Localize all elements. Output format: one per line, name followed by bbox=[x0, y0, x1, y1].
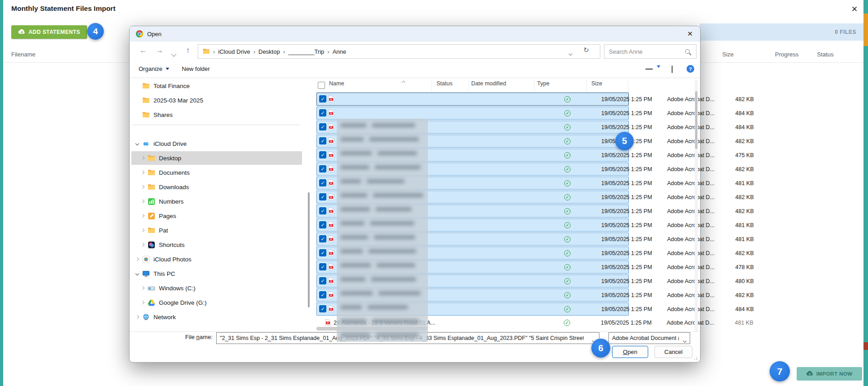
chevron-right-icon[interactable] bbox=[138, 229, 148, 232]
sidebar-item-icloud-drive[interactable]: iCloud Drive bbox=[131, 137, 302, 150]
sidebar-item-shortcuts[interactable]: Shortcuts bbox=[131, 238, 302, 251]
svg-text:A: A bbox=[330, 98, 332, 101]
sidebar-item-pages[interactable]: Pages bbox=[131, 209, 302, 223]
icloud-photos-icon bbox=[142, 256, 150, 263]
sidebar-item-label: This PC bbox=[153, 270, 175, 277]
list-header-date-modified[interactable]: Date modified bbox=[471, 80, 506, 87]
sidebar-item-network[interactable]: Network bbox=[131, 310, 302, 324]
row-checkbox-checked[interactable]: ✓ bbox=[319, 305, 326, 312]
chevron-right-icon[interactable] bbox=[138, 171, 148, 174]
chevron-down-icon[interactable] bbox=[683, 337, 686, 344]
chevron-right-icon[interactable] bbox=[138, 157, 148, 159]
open-button[interactable]: Open bbox=[612, 346, 648, 358]
row-checkbox-checked[interactable]: ✓ bbox=[319, 249, 326, 256]
row-checkbox-checked[interactable]: ✓ bbox=[319, 207, 326, 214]
address-dropdown-icon[interactable] bbox=[569, 50, 572, 56]
chevron-right-icon[interactable] bbox=[138, 287, 148, 289]
file-type-value: Adobe Acrobat Document (*.pd bbox=[612, 335, 679, 341]
select-all-checkbox[interactable] bbox=[318, 82, 325, 89]
chevron-right-icon[interactable] bbox=[138, 301, 148, 304]
dialog-close-icon[interactable]: ✕ bbox=[687, 30, 693, 38]
cell-size: 484 KB bbox=[721, 121, 754, 133]
column-divider[interactable] bbox=[468, 79, 469, 92]
folder-icon bbox=[142, 82, 150, 90]
sidebar-item-this-pc[interactable]: This PC bbox=[131, 267, 302, 280]
sidebar-item-shares[interactable]: Shares bbox=[131, 108, 302, 121]
row-checkbox-checked[interactable]: ✓ bbox=[319, 109, 326, 116]
resize-grip[interactable] bbox=[693, 356, 698, 360]
column-divider[interactable] bbox=[628, 79, 628, 92]
sidebar-item-google-drive-g[interactable]: Google Drive (G:) bbox=[131, 296, 302, 309]
row-checkbox-checked[interactable]: ✓ bbox=[319, 291, 326, 298]
row-checkbox-checked[interactable]: ✓ bbox=[319, 277, 326, 284]
chevron-right-icon[interactable] bbox=[138, 200, 148, 203]
sidebar-item-numbers[interactable]: Numbers bbox=[131, 195, 302, 208]
breadcrumb-desktop[interactable]: Desktop bbox=[259, 48, 280, 55]
sidebar-scrollbar[interactable] bbox=[308, 192, 310, 307]
sidebar-item-total-finance[interactable]: Total Finance bbox=[131, 79, 302, 93]
column-divider[interactable] bbox=[586, 79, 587, 92]
add-statements-button[interactable]: ADD STATEMENTS bbox=[11, 25, 87, 39]
address-bar[interactable]: › iCloud Drive › Desktop › ________Trip … bbox=[198, 44, 600, 59]
file-list-scrollbar[interactable] bbox=[695, 80, 698, 331]
breadcrumb-trip[interactable]: ________Trip bbox=[288, 48, 325, 55]
chevron-down-icon[interactable] bbox=[132, 142, 142, 145]
row-checkbox-checked[interactable]: ✓ bbox=[319, 151, 326, 158]
chrome-icon bbox=[136, 30, 143, 37]
sidebar-item-icloud-photos[interactable]: iCloud Photos bbox=[131, 252, 302, 266]
chevron-down-icon bbox=[166, 68, 169, 70]
chevron-right-icon[interactable] bbox=[138, 186, 148, 188]
breadcrumb-icloud-drive[interactable]: iCloud Drive bbox=[218, 48, 250, 55]
help-icon[interactable]: ? bbox=[687, 65, 694, 73]
sidebar-item-pat[interactable]: Pat bbox=[131, 223, 302, 237]
refresh-icon[interactable]: ↻ bbox=[583, 46, 589, 54]
file-row[interactable]: ✓A✓19/05/2025 1:25 PMAdobe Acrobat D...4… bbox=[316, 93, 629, 106]
row-checkbox-checked[interactable]: ✓ bbox=[319, 263, 326, 270]
recent-locations-icon[interactable] bbox=[172, 50, 176, 58]
chevron-right-icon[interactable] bbox=[132, 258, 142, 260]
list-header-type[interactable]: Type bbox=[537, 80, 549, 87]
forward-icon[interactable]: → bbox=[156, 46, 163, 55]
row-checkbox-checked[interactable]: ✓ bbox=[319, 123, 326, 130]
row-checkbox-checked[interactable]: ✓ bbox=[319, 137, 326, 144]
close-icon[interactable]: ✕ bbox=[851, 5, 858, 14]
dialog-toolbar: Organize New folder ? bbox=[130, 61, 700, 76]
chevron-right-icon[interactable] bbox=[138, 214, 148, 217]
new-folder-button[interactable]: New folder bbox=[182, 65, 210, 72]
search-box[interactable]: Search Anne bbox=[604, 44, 696, 59]
row-checkbox-checked[interactable]: ✓ bbox=[319, 165, 326, 172]
right-edge-strip[interactable] bbox=[863, 0, 868, 386]
column-divider[interactable] bbox=[432, 79, 432, 92]
file-type-select[interactable]: Adobe Acrobat Document (*.pd bbox=[608, 332, 690, 344]
sync-status-icon: ✓ bbox=[564, 219, 571, 231]
chevron-down-icon[interactable] bbox=[132, 272, 142, 275]
row-checkbox-checked[interactable]: ✓ bbox=[319, 235, 326, 242]
sidebar-item-documents[interactable]: Documents bbox=[131, 166, 302, 179]
import-now-button[interactable]: IMPORT NOW bbox=[797, 367, 862, 381]
column-header-size: Size bbox=[722, 51, 733, 58]
list-header-name[interactable]: Name bbox=[329, 80, 344, 87]
sidebar-item-windows-c[interactable]: Windows (C:) bbox=[131, 281, 302, 295]
sidebar-item-downloads[interactable]: Downloads bbox=[131, 180, 302, 194]
svg-text:A: A bbox=[330, 294, 332, 297]
list-header-status[interactable]: Status bbox=[436, 80, 452, 87]
file-row[interactable]: ✓A✓19/05/2025 1:25 PMAdobe Acrobat D...4… bbox=[316, 107, 629, 120]
cell-type: Adobe Acrobat D... bbox=[667, 135, 715, 147]
sidebar-item-2025-03-mar-2025[interactable]: 2025-03 Mar 2025 bbox=[131, 93, 302, 107]
chevron-right-icon[interactable] bbox=[132, 316, 142, 318]
cancel-button[interactable]: Cancel bbox=[654, 346, 692, 358]
list-header-size[interactable]: Size bbox=[591, 80, 602, 87]
view-dropdown-icon[interactable] bbox=[657, 68, 660, 74]
row-checkbox-checked[interactable]: ✓ bbox=[319, 179, 326, 186]
row-checkbox-checked[interactable]: ✓ bbox=[319, 95, 326, 102]
organize-menu[interactable]: Organize bbox=[139, 65, 169, 72]
back-icon[interactable]: ← bbox=[139, 46, 147, 55]
row-checkbox-checked[interactable]: ✓ bbox=[319, 193, 326, 200]
breadcrumb-anne[interactable]: Anne bbox=[333, 48, 346, 55]
up-icon[interactable]: ↑ bbox=[186, 46, 190, 55]
sidebar-item-desktop[interactable]: Desktop bbox=[131, 151, 302, 165]
preview-pane-icon[interactable] bbox=[672, 66, 673, 73]
row-checkbox-checked[interactable]: ✓ bbox=[319, 221, 326, 228]
chevron-right-icon[interactable] bbox=[138, 243, 148, 246]
column-divider[interactable] bbox=[534, 79, 534, 92]
